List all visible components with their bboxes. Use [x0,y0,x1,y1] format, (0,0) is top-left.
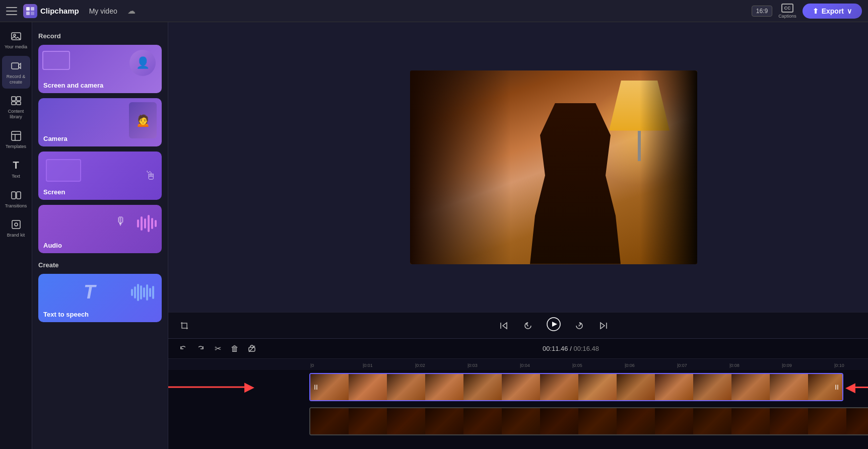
export-button[interactable]: ⬆ Export ∨ [803,4,862,19]
svg-rect-9 [12,102,16,105]
camera-card[interactable]: 🙍 Camera [38,98,162,146]
ruler-mark-8: |0:08 [729,363,782,368]
svg-rect-0 [26,7,30,11]
thumb-2-11 [693,408,731,435]
redo-button[interactable] [193,342,208,356]
export-dropdown-icon: ∨ [847,7,852,15]
svg-rect-6 [12,63,19,69]
svg-rect-13 [17,192,21,199]
content-library-label: Content library [4,109,28,120]
logo-wrap: Clipchamp [23,4,79,18]
video-track-strip-2[interactable] [309,407,868,435]
skip-back-button[interactable] [496,318,512,334]
video-preview-area [168,22,868,312]
hamburger-menu-button[interactable] [6,7,17,15]
icon-nav: Your media Record & create Content lib [0,22,32,449]
thumb-2-5 [463,408,502,435]
controls-center: 5 5 [496,316,612,335]
arrow-right-group: ◀ [845,380,868,395]
video-frame [410,70,697,264]
brand-kit-label: Brand kit [7,233,25,238]
timeline-tools-left: ✂ 🗑 [176,342,259,356]
svg-rect-14 [12,220,20,229]
cloud-save-icon: ☁ [127,6,136,16]
ruler-mark-1: |0:01 [363,363,415,368]
record-section-title: Record [38,32,162,40]
topbar-left: Clipchamp My video ☁ [6,4,136,18]
sidebar-item-transitions[interactable]: Transitions [2,185,30,213]
screen-and-camera-card[interactable]: 👤 Screen and camera [38,45,162,93]
audio-wave-deco [137,215,157,232]
timeline-toolbar: ✂ 🗑 00:11.46 / 00:16.48 [168,339,868,359]
templates-label: Templates [6,144,26,149]
timeline-ruler: |0 |0:01 |0:02 |0:03 |0:04 |0:05 |0:06 |… [168,359,868,370]
audio-card[interactable]: 🎙 Audio [38,205,162,253]
sidebar-item-your-media[interactable]: Your media [2,26,30,54]
thumb-10 [655,374,693,401]
track-row-1: ▶ ⏸ [168,370,868,404]
arrow-left-group: ▶ [168,380,254,395]
sidebar-item-brand-kit[interactable]: Brand kit [2,214,30,242]
video-title[interactable]: My video [85,5,121,17]
record-create-icon [10,60,22,72]
svg-rect-1 [31,7,34,11]
undo-button[interactable] [176,342,190,356]
forward-5s-button[interactable]: 5 [571,318,587,334]
thumb-2-7 [540,408,578,435]
svg-rect-2 [26,12,30,15]
thumb-2-10 [655,408,693,435]
svg-rect-11 [12,131,21,140]
rewind-5s-button[interactable]: 5 [520,318,536,334]
crop-button[interactable] [176,318,192,334]
thumb-9 [617,374,655,401]
thumb-4 [425,374,463,401]
ruler-mark-9: |0:09 [782,363,834,368]
svg-text:5: 5 [527,324,528,327]
thumb-2-8 [578,408,617,435]
text-icon: T [10,160,22,172]
detach-audio-button[interactable] [245,342,259,356]
track-start-handle[interactable]: ⏸ [312,383,319,391]
sidebar-item-content-library[interactable]: Content library [2,91,30,124]
thumb-2-4 [425,408,463,435]
delete-button[interactable]: 🗑 [228,342,242,356]
topbar: Clipchamp My video ☁ 16:9 CC Captions ⬆ … [0,0,868,22]
thumb-2-15 [846,408,868,435]
record-create-label: Record & create [4,74,28,85]
templates-icon [10,130,22,142]
ruler-mark-0: |0 [310,363,363,368]
video-track-strip[interactable]: ⏸ [309,373,843,401]
cut-button[interactable]: ✂ [211,342,225,356]
screen-laptop-deco [46,159,81,182]
arrow-line-right [853,387,868,388]
captions-button[interactable]: CC Captions [778,4,796,19]
track-thumbnails-1: ⏸ [309,372,868,402]
screen-card[interactable]: 🖱 Screen [38,152,162,200]
panel: Record 👤 Screen and camera 🙍 Camera 🖱 Sc… [32,22,168,449]
total-time: 00:16.48 [573,345,599,352]
ruler-mark-4: |0:04 [520,363,572,368]
play-pause-button[interactable] [544,316,563,335]
svg-point-5 [14,34,16,36]
text-to-speech-card[interactable]: T Text to speech [38,274,162,322]
sidebar-item-templates[interactable]: Templates [2,126,30,154]
camera-label: Camera [43,135,68,142]
thumb-8 [578,374,617,401]
sidebar-item-text[interactable]: T Text [2,156,30,183]
thumb-7 [540,374,578,401]
track-end-handle[interactable]: ⏸ [833,383,840,391]
skip-forward-button[interactable] [595,318,612,334]
svg-rect-10 [17,102,21,105]
content-library-icon [10,95,22,107]
aspect-ratio-badge[interactable]: 16:9 [752,6,772,17]
thumb-2-6 [502,408,540,435]
preview-controls: 5 5 [168,312,868,338]
thumb-6 [502,374,540,401]
screen-camera-avatar-deco: 👤 [129,50,156,76]
export-icon: ⬆ [813,7,819,15]
thumb-12 [731,374,770,401]
thumb-2-3 [387,408,425,435]
sidebar-item-record-create[interactable]: Record & create [2,56,30,89]
arrow-head-left: ▶ [244,379,254,395]
timeline-time-display: 00:11.46 / 00:16.48 [543,345,599,352]
